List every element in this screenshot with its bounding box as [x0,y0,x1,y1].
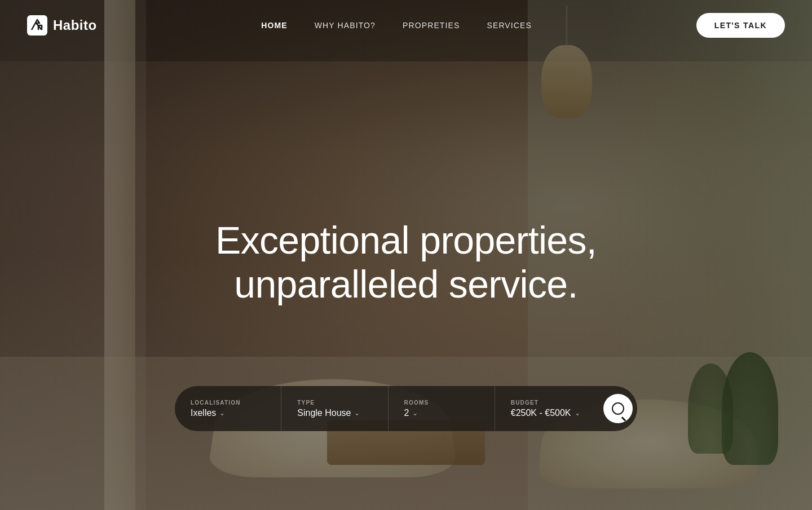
hero-title-line1: Exceptional properties, [215,219,597,261]
brand-name: Habito [53,17,97,33]
localisation-value: Ixelles ⌄ [191,408,265,418]
hero-content: Exceptional properties, unparalleled ser… [180,218,632,306]
nav-links: HOME WHY HABITO? PROPRETIES SERVICES [261,21,532,30]
type-value: Single House ⌄ [297,408,372,418]
nav-link-home[interactable]: HOME [261,21,287,30]
logo[interactable]: Habito [27,15,97,36]
budget-value: €250K - €500K ⌄ [511,408,585,418]
hero-title: Exceptional properties, unparalleled ser… [180,218,632,306]
search-bar: LOCALISATION Ixelles ⌄ TYPE Single House… [175,386,637,431]
budget-chevron: ⌄ [575,409,580,417]
hero-section: Habito HOME WHY HABITO? PROPRETIES SERVI… [0,0,812,510]
search-field-localisation[interactable]: LOCALISATION Ixelles ⌄ [175,386,281,431]
rooms-chevron: ⌄ [412,409,418,417]
rooms-value: 2 ⌄ [404,408,479,418]
nav-link-services[interactable]: SERVICES [487,21,532,30]
budget-label: BUDGET [511,400,585,406]
search-icon [612,402,624,415]
type-label: TYPE [297,400,372,406]
localisation-chevron: ⌄ [219,409,225,417]
search-field-rooms[interactable]: ROOMS 2 ⌄ [389,386,495,431]
logo-icon [27,15,47,36]
type-chevron: ⌄ [354,409,360,417]
hero-title-line2: unparalleled service. [234,263,577,305]
search-field-type[interactable]: TYPE Single House ⌄ [281,386,388,431]
nav-link-propreties[interactable]: PROPRETIES [403,21,460,30]
rooms-label: ROOMS [404,400,479,406]
search-field-budget[interactable]: BUDGET €250K - €500K ⌄ [495,386,601,431]
navbar: Habito HOME WHY HABITO? PROPRETIES SERVI… [0,0,812,51]
nav-link-why-habito[interactable]: WHY HABITO? [315,21,376,30]
localisation-label: LOCALISATION [191,400,265,406]
lets-talk-button[interactable]: LET'S TALK [696,13,785,38]
search-button[interactable] [603,394,633,423]
